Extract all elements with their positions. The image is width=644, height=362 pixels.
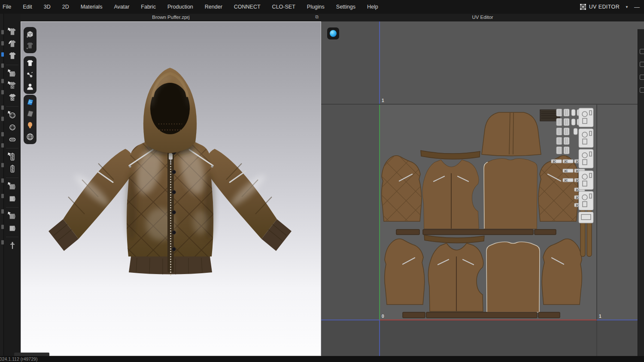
wireframe-globe-icon[interactable]	[26, 133, 34, 141]
clipped-tool-icon[interactable]	[640, 87, 644, 93]
chevron-down-icon[interactable]: ▼	[625, 5, 629, 9]
button-arrow-icon[interactable]	[6, 110, 19, 121]
3d-panel-titlebar[interactable]: Brown Puffer.zprj ⧉	[21, 14, 321, 21]
uv-back-outer[interactable]	[484, 159, 537, 229]
garment-dim-icon[interactable]	[26, 42, 34, 50]
3d-viewport[interactable]	[21, 21, 321, 356]
puffer-jacket-3d-model[interactable]	[21, 22, 321, 356]
uv-axis-label-v1: 1	[382, 98, 384, 103]
jacket-body	[127, 137, 214, 276]
menu-3d[interactable]: 3D	[44, 4, 51, 10]
uv-panel-titlebar[interactable]: UV Editor	[321, 14, 644, 21]
uv-front-outer[interactable]	[422, 160, 479, 229]
svg-text:3C: 3C	[553, 160, 556, 163]
menu-edit[interactable]: Edit	[23, 4, 32, 10]
status-bar: 2024.1.112 (r49729)	[0, 356, 644, 362]
menu-settings[interactable]: Settings	[336, 4, 355, 10]
3d-viewport-panel: Brown Puffer.zprj ⧉	[21, 14, 321, 356]
uv-editor-canvas[interactable]: 3C3C3C 3C3C 3C3C 3C3C3C	[321, 21, 644, 356]
menu-avatar[interactable]: Avatar	[114, 4, 129, 10]
garment-move-icon[interactable]	[6, 68, 19, 79]
checkered-garment-arrow-icon[interactable]	[6, 80, 19, 91]
uv-front-lining[interactable]	[428, 243, 483, 311]
textured-surface-icon[interactable]	[26, 98, 34, 106]
checkered-garment-icon[interactable]	[6, 92, 19, 103]
garment-icon[interactable]	[6, 51, 19, 62]
uv-editor-mode-selector[interactable]: UV EDITOR	[580, 4, 620, 10]
menu-production[interactable]: Production	[167, 4, 193, 10]
svg-text:3C: 3C	[564, 179, 568, 182]
menu-file[interactable]: File	[3, 4, 11, 10]
menu-bar: File Edit 3D 2D Materials Avatar Fabric …	[0, 0, 644, 14]
trim-roll-icon[interactable]	[6, 223, 19, 234]
popout-window-icon[interactable]: ⧉	[315, 14, 319, 20]
fabric-roll-arrow-icon[interactable]	[6, 181, 19, 192]
uv-panel-title: UV Editor	[321, 15, 644, 20]
clipped-toolbar-column	[0, 14, 4, 356]
uv-editor-label: UV EDITOR	[589, 4, 620, 10]
menu-fabric[interactable]: Fabric	[141, 4, 156, 10]
menu-materials[interactable]: Materials	[81, 4, 103, 10]
show-avatar-icon[interactable]	[26, 82, 34, 91]
fabric-roll-icon[interactable]	[6, 193, 19, 204]
material-sphere-icon	[330, 30, 337, 37]
menu-clo-set[interactable]: CLO-SET	[272, 4, 295, 10]
show-pins-icon[interactable]	[26, 71, 34, 79]
uv-axis-label-u1: 1	[599, 314, 601, 319]
avatar-head-icon[interactable]	[26, 121, 34, 130]
uv-editor-panel: UV Editor	[321, 14, 644, 356]
garment-arrow-icon[interactable]	[6, 27, 19, 38]
uv-right-toolbar	[638, 29, 644, 356]
zipper-icon[interactable]	[6, 163, 19, 175]
svg-text:3C: 3C	[564, 169, 568, 172]
uv-shading-mode-button[interactable]	[327, 27, 339, 39]
menu-render[interactable]: Render	[205, 4, 222, 10]
svg-text:3C: 3C	[564, 160, 568, 163]
garment-edit-icon[interactable]	[6, 39, 19, 50]
uv-sleeve-outer[interactable]	[382, 156, 422, 221]
version-text: 2024.1.112 (r49729)	[0, 356, 37, 362]
uv-waistband-strips-lower[interactable]	[403, 312, 560, 318]
garment-tools-toolbar	[4, 14, 21, 356]
menu-plugins[interactable]: Plugins	[307, 4, 325, 10]
minimize-icon[interactable]: —	[634, 4, 640, 10]
uv-puller-blocks	[579, 108, 593, 223]
button-icon[interactable]	[6, 122, 19, 133]
viewport-show-pill	[24, 56, 36, 94]
3d-panel-title: Brown Puffer.zprj	[21, 15, 321, 20]
viewport-gizmo-pill	[24, 27, 36, 53]
hood-opening	[150, 83, 190, 134]
uv-axis-label-origin: 0	[382, 314, 384, 319]
uv-sleeve-lining[interactable]	[385, 239, 425, 305]
trim-roll-arrow-icon[interactable]	[6, 211, 19, 222]
menu-help[interactable]: Help	[367, 4, 378, 10]
show-garment-icon[interactable]	[26, 59, 34, 68]
viewport-render-pill	[24, 95, 36, 144]
plain-surface-icon[interactable]	[26, 109, 34, 118]
main-menu: File Edit 3D 2D Materials Avatar Fabric …	[0, 4, 378, 10]
clipped-tool-icon[interactable]	[640, 62, 644, 67]
uv-back-lining[interactable]	[486, 242, 540, 312]
clipped-tool-icon[interactable]	[640, 75, 644, 80]
clipped-tool-icon[interactable]	[640, 49, 644, 54]
menu-2d[interactable]: 2D	[62, 4, 69, 10]
uv-grid-icon	[580, 4, 586, 10]
buttonhole-icon[interactable]	[6, 134, 19, 145]
uv-hood-piece[interactable]	[482, 112, 541, 156]
pin-icon[interactable]	[6, 240, 19, 251]
cube-gizmo-icon[interactable]	[26, 30, 34, 39]
jacket-hood	[143, 68, 197, 155]
menu-connect[interactable]: CONNECT	[234, 4, 261, 10]
zipper-arrow-icon[interactable]	[6, 151, 19, 163]
